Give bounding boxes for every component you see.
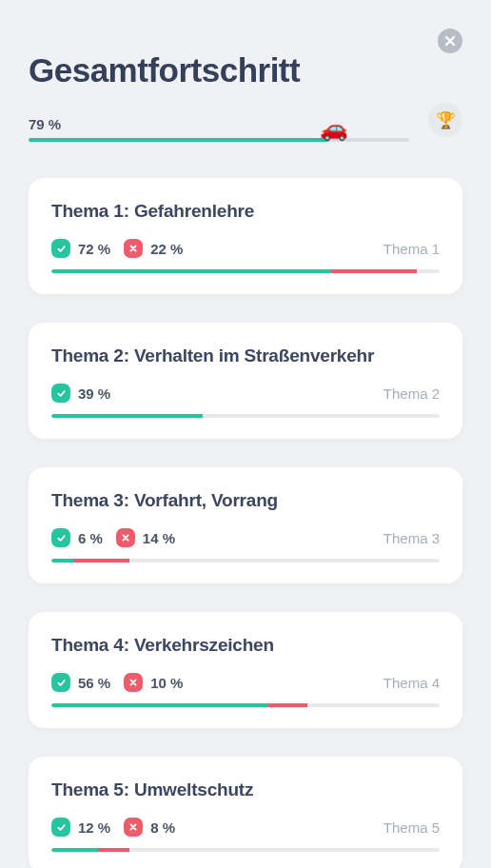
topic-stats-row: 56 %10 %Thema 4	[51, 673, 440, 692]
correct-percent: 39 %	[78, 385, 110, 402]
topic-stats-row: 12 %8 %Thema 5	[51, 818, 440, 837]
overall-progress-bar: 🚗	[29, 138, 409, 142]
topic-tag: Thema 2	[383, 385, 440, 402]
topic-card[interactable]: Thema 2: Verhalten im Straßenverkehr39 %…	[29, 323, 462, 439]
cross-icon	[124, 239, 143, 258]
topic-stats-row: 72 %22 %Thema 1	[51, 239, 440, 258]
trophy-icon: 🏆	[428, 103, 462, 137]
check-icon	[51, 384, 70, 403]
topic-title: Thema 2: Verhalten im Straßenverkehr	[51, 345, 440, 366]
topic-tag: Thema 5	[383, 819, 440, 836]
topic-progress-bar	[51, 559, 440, 562]
wrong-percent: 14 %	[143, 530, 175, 546]
page-title: Gesamtfortschritt	[29, 51, 462, 89]
topic-title: Thema 3: Vorfahrt, Vorrang	[51, 490, 440, 511]
correct-percent: 12 %	[78, 819, 110, 836]
wrong-percent: 8 %	[150, 819, 175, 836]
check-icon	[51, 528, 70, 547]
check-icon	[51, 673, 70, 692]
close-icon[interactable]	[438, 29, 462, 53]
topic-card[interactable]: Thema 1: Gefahrenlehre72 %22 %Thema 1	[29, 178, 462, 294]
topic-stats-row: 39 %Thema 2	[51, 384, 440, 403]
topic-tag: Thema 4	[383, 675, 440, 691]
topic-card[interactable]: Thema 3: Vorfahrt, Vorrang6 %14 %Thema 3	[29, 467, 462, 583]
cross-icon	[116, 528, 135, 547]
cross-icon	[124, 818, 143, 837]
correct-percent: 6 %	[78, 530, 103, 546]
topic-title: Thema 5: Umweltschutz	[51, 779, 440, 800]
cross-icon	[124, 673, 143, 692]
topic-title: Thema 1: Gefahrenlehre	[51, 201, 440, 222]
car-icon: 🚗	[320, 117, 348, 140]
wrong-percent: 10 %	[150, 675, 183, 691]
topic-progress-bar	[51, 848, 440, 852]
topic-tag: Thema 1	[383, 241, 440, 257]
check-icon	[51, 239, 70, 258]
topic-progress-bar	[51, 269, 440, 273]
topic-stats-row: 6 %14 %Thema 3	[51, 528, 440, 547]
topic-tag: Thema 3	[383, 530, 440, 546]
overall-percent-label: 79 %	[29, 116, 462, 132]
overall-progress: 79 % 🚗 🏆	[29, 116, 462, 142]
topic-card[interactable]: Thema 4: Verkehrszeichen56 %10 %Thema 4	[29, 612, 462, 728]
correct-percent: 72 %	[78, 241, 110, 257]
correct-percent: 56 %	[78, 675, 110, 691]
wrong-percent: 22 %	[150, 241, 183, 257]
topic-progress-bar	[51, 414, 440, 418]
topic-card[interactable]: Thema 5: Umweltschutz12 %8 %Thema 5	[29, 757, 462, 868]
topic-list: Thema 1: Gefahrenlehre72 %22 %Thema 1The…	[29, 178, 462, 868]
check-icon	[51, 818, 70, 837]
topic-title: Thema 4: Verkehrszeichen	[51, 635, 440, 656]
topic-progress-bar	[51, 703, 440, 707]
